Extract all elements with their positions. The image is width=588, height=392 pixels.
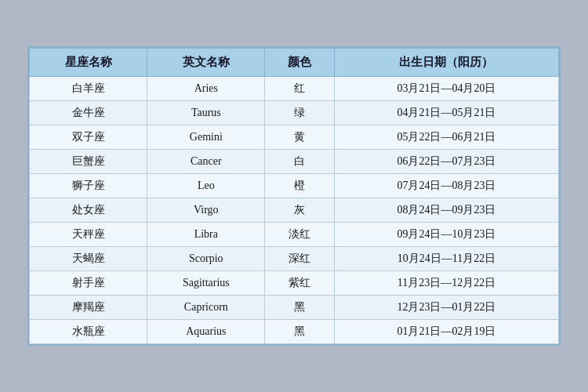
cell-chinese: 天秤座: [30, 223, 147, 247]
cell-color: 白: [265, 150, 334, 174]
cell-dates: 01月21日—02月19日: [334, 320, 558, 344]
table-row: 摩羯座Capricorn黑12月23日—01月22日: [30, 296, 559, 320]
cell-english: Aries: [147, 77, 265, 101]
cell-chinese: 摩羯座: [30, 296, 147, 320]
cell-chinese: 白羊座: [30, 77, 147, 101]
cell-dates: 09月24日—10月23日: [334, 223, 558, 247]
cell-color: 黑: [265, 320, 334, 344]
header-color: 颜色: [265, 49, 334, 77]
cell-english: Aquarius: [147, 320, 265, 344]
table-row: 金牛座Taurus绿04月21日—05月21日: [30, 101, 559, 125]
cell-english: Capricorn: [147, 296, 265, 320]
cell-english: Cancer: [147, 150, 265, 174]
cell-chinese: 天蝎座: [30, 247, 147, 271]
zodiac-table-container: 星座名称 英文名称 颜色 出生日期（阳历） 白羊座Aries红03月21日—04…: [27, 46, 561, 346]
table-body: 白羊座Aries红03月21日—04月20日金牛座Taurus绿04月21日—0…: [30, 77, 559, 344]
cell-chinese: 水瓶座: [30, 320, 147, 344]
table-header-row: 星座名称 英文名称 颜色 出生日期（阳历）: [30, 49, 559, 77]
cell-english: Libra: [147, 223, 265, 247]
cell-dates: 08月24日—09月23日: [334, 198, 558, 223]
cell-chinese: 双子座: [30, 125, 147, 150]
cell-english: Virgo: [147, 198, 265, 223]
cell-dates: 12月23日—01月22日: [334, 296, 558, 320]
cell-dates: 07月24日—08月23日: [334, 174, 558, 198]
cell-color: 灰: [265, 198, 334, 223]
cell-color: 绿: [265, 101, 334, 125]
table-row: 白羊座Aries红03月21日—04月20日: [30, 77, 559, 101]
cell-color: 紫红: [265, 271, 334, 296]
header-chinese-name: 星座名称: [30, 49, 147, 77]
table-row: 双子座Gemini黄05月22日—06月21日: [30, 125, 559, 150]
cell-dates: 11月23日—12月22日: [334, 271, 558, 296]
cell-chinese: 金牛座: [30, 101, 147, 125]
table-row: 处女座Virgo灰08月24日—09月23日: [30, 198, 559, 223]
table-row: 巨蟹座Cancer白06月22日—07月23日: [30, 150, 559, 174]
cell-color: 深红: [265, 247, 334, 271]
cell-dates: 03月21日—04月20日: [334, 77, 558, 101]
table-row: 水瓶座Aquarius黑01月21日—02月19日: [30, 320, 559, 344]
cell-color: 红: [265, 77, 334, 101]
cell-english: Scorpio: [147, 247, 265, 271]
cell-color: 淡红: [265, 223, 334, 247]
cell-dates: 04月21日—05月21日: [334, 101, 558, 125]
cell-color: 黑: [265, 296, 334, 320]
cell-chinese: 巨蟹座: [30, 150, 147, 174]
table-row: 狮子座Leo橙07月24日—08月23日: [30, 174, 559, 198]
cell-chinese: 射手座: [30, 271, 147, 296]
cell-chinese: 处女座: [30, 198, 147, 223]
table-row: 天秤座Libra淡红09月24日—10月23日: [30, 223, 559, 247]
zodiac-table: 星座名称 英文名称 颜色 出生日期（阳历） 白羊座Aries红03月21日—04…: [29, 48, 559, 344]
cell-dates: 05月22日—06月21日: [334, 125, 558, 150]
header-dates: 出生日期（阳历）: [334, 49, 558, 77]
table-row: 天蝎座Scorpio深红10月24日—11月22日: [30, 247, 559, 271]
cell-color: 橙: [265, 174, 334, 198]
cell-color: 黄: [265, 125, 334, 150]
cell-chinese: 狮子座: [30, 174, 147, 198]
table-row: 射手座Sagittarius紫红11月23日—12月22日: [30, 271, 559, 296]
cell-english: Gemini: [147, 125, 265, 150]
cell-dates: 06月22日—07月23日: [334, 150, 558, 174]
cell-dates: 10月24日—11月22日: [334, 247, 558, 271]
cell-english: Sagittarius: [147, 271, 265, 296]
header-english-name: 英文名称: [147, 49, 265, 77]
cell-english: Taurus: [147, 101, 265, 125]
cell-english: Leo: [147, 174, 265, 198]
